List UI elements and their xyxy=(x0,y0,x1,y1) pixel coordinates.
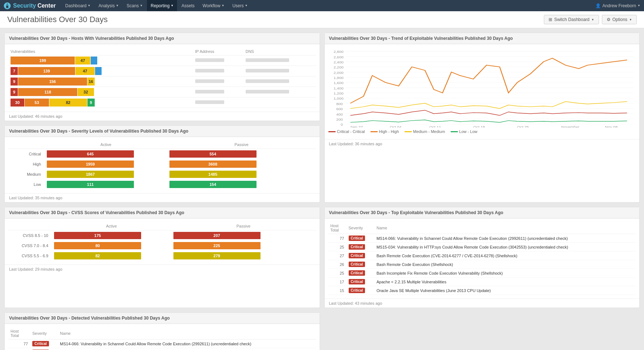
analysis-caret: ▼ xyxy=(116,4,119,7)
panel2-footer: Last Updated: 35 minutes ago xyxy=(5,193,320,202)
exploit-table: Host Total Severity Name 77 Critical MS1… xyxy=(328,222,636,295)
table-row: 59 Critical PHP 5.4.x < 5.4.5 _php_strea… xyxy=(8,348,316,350)
svg-text:Sep 27: Sep 27 xyxy=(350,125,362,128)
subheader-actions: ⊞ Switch Dashboard ▼ ⚙ Options ▼ xyxy=(544,15,637,24)
scans-caret: ▼ xyxy=(140,4,143,7)
nav-scans[interactable]: Scans ▼ xyxy=(123,0,146,11)
panel3-footer: Last Updated: 43 minutes ago xyxy=(325,299,640,308)
table-row: 77 Critical MS14-066: Vulnerability in S… xyxy=(8,339,316,348)
switch-caret: ▼ xyxy=(591,18,594,21)
sev-col-active: Active xyxy=(45,141,167,149)
panel6-header: Vulnerabilities Over 30 Days - Detected … xyxy=(5,313,320,324)
panel-top-exploitable: Vulnerabilities Over 30 Days - Top Explo… xyxy=(324,207,640,308)
table-row: Medium 1867 1485 xyxy=(8,169,316,179)
svg-text:Oct 18: Oct 18 xyxy=(473,125,485,128)
svg-rect-1 xyxy=(6,5,8,8)
panel-severity-levels: Vulnerabilities Over 30 Days - Severity … xyxy=(4,125,320,203)
svg-text:1,800: 1,800 xyxy=(333,76,344,80)
panel5-body: Active Passive CVSS 8.5 - 10 175 207 CVS… xyxy=(5,218,320,264)
svg-text:0: 0 xyxy=(340,123,343,126)
legend-medium: Medium - Medium xyxy=(405,129,445,134)
panel2-header: Vulnerabilities Over 30 Days - Severity … xyxy=(5,126,320,137)
panel5-header: Vulnerabilities Over 30 Days - CVSS Scor… xyxy=(5,207,320,218)
panel4-body: .axis-label { font-size: 9px; fill: #999… xyxy=(325,44,640,139)
table-row: Low 111 154 xyxy=(8,179,316,189)
svg-text:2,800: 2,800 xyxy=(333,50,344,54)
sev-col-label xyxy=(8,141,45,149)
nav-assets[interactable]: Assets xyxy=(178,0,198,11)
nav-menu: Dashboard ▼ Analysis ▼ Scans ▼ Reporting… xyxy=(62,0,251,11)
switch-dashboard-button[interactable]: ⊞ Switch Dashboard ▼ xyxy=(544,15,599,24)
brand-logo[interactable]: SecurityCenter xyxy=(4,2,56,9)
col-dns: DNS xyxy=(243,48,316,55)
cvss-col-label xyxy=(8,222,52,230)
table-row: 17 Critical Apache < 2.2.15 Multiple Vul… xyxy=(328,278,636,286)
user-caret: ▼ xyxy=(637,4,640,7)
table-row: CVSS 7.0 - 8.4 80 225 xyxy=(8,241,316,251)
svg-text:2,600: 2,600 xyxy=(333,55,344,59)
nav-dashboard[interactable]: Dashboard ▼ xyxy=(62,0,94,11)
panel-cvss-scores: Vulnerabilities Over 30 Days - CVSS Scor… xyxy=(4,207,320,308)
col-vulnerabilities: Vulnerabilities xyxy=(8,48,193,55)
cvss-table: Active Passive CVSS 8.5 - 10 175 207 CVS… xyxy=(8,222,316,261)
detected-col-host: Host Total xyxy=(8,328,30,339)
svg-text:Oct 11: Oct 11 xyxy=(429,125,441,128)
main-content: Vulnerabilities Over 30 Days - Hosts Wit… xyxy=(0,28,644,350)
severity-table: Active Passive Critical 645 554 High 195… xyxy=(8,141,316,189)
brand-center: Center xyxy=(37,3,56,9)
panel1-body: Vulnerabilities IP Address DNS 199 47 xyxy=(5,44,320,112)
svg-text:1,600: 1,600 xyxy=(333,82,344,85)
svg-text:1,200: 1,200 xyxy=(333,92,344,95)
table-row: 77 Critical MS14-066: Vulnerability in S… xyxy=(328,234,636,243)
table-row: 30 53 82 9 xyxy=(8,97,316,108)
svg-text:2,200: 2,200 xyxy=(333,66,344,70)
panel-detected-vulnerabilities: Vulnerabilities Over 30 Days - Detected … xyxy=(4,312,320,350)
sev-col-passive: Passive xyxy=(167,141,316,149)
panel2-body: Active Passive Critical 645 554 High 195… xyxy=(5,137,320,193)
svg-text:Nov 08: Nov 08 xyxy=(605,125,618,128)
table-row: Critical 645 554 xyxy=(8,149,316,159)
trend-chart-svg: .axis-label { font-size: 9px; fill: #999… xyxy=(328,48,636,128)
grid-icon: ⊞ xyxy=(549,17,552,22)
table-row: CVSS 8.5 - 10 175 207 xyxy=(8,230,316,241)
vuln-hosts-table: Vulnerabilities IP Address DNS 199 47 xyxy=(8,48,316,108)
table-row: 27 Critical Bash Remote Code Execution (… xyxy=(328,251,636,260)
options-caret: ▼ xyxy=(629,18,632,21)
svg-text:November: November xyxy=(561,125,579,128)
table-row: 25 Critical Bash Incomplete Fix Remote C… xyxy=(328,269,636,278)
svg-text:1,000: 1,000 xyxy=(333,97,344,101)
panel3-body: Host Total Severity Name 77 Critical MS1… xyxy=(325,218,640,299)
table-row: 7 139 47 xyxy=(8,66,316,76)
navbar: SecurityCenter Dashboard ▼ Analysis ▼ Sc… xyxy=(0,0,644,11)
chart-legend: Critical - Critical High - High Medium -… xyxy=(328,128,636,136)
reporting-caret: ▼ xyxy=(171,4,173,7)
cvss-col-active: Active xyxy=(52,222,171,230)
table-row: 15 Critical Oracle Java SE Multiple Vuln… xyxy=(328,286,636,295)
panel4-header: Vulnerabilities Over 30 Days - Trend of … xyxy=(325,33,640,44)
workflow-caret: ▼ xyxy=(221,4,224,7)
panel-hosts-vulnerabilities: Vulnerabilities Over 30 Days - Hosts Wit… xyxy=(4,33,320,121)
cvss-col-passive: Passive xyxy=(171,222,316,230)
panel5-footer: Last Updated: 29 minutes ago xyxy=(5,264,320,274)
panel1-footer: Last Updated: 46 minutes ago xyxy=(5,112,320,121)
nav-users[interactable]: Users ▼ xyxy=(229,0,251,11)
subheader: Vulnerabilities Over 30 Days ⊞ Switch Da… xyxy=(0,11,644,28)
svg-text:Oct 04: Oct 04 xyxy=(390,125,402,128)
options-button[interactable]: ⚙ Options ▼ xyxy=(602,15,637,24)
nav-reporting[interactable]: Reporting ▼ xyxy=(147,0,177,11)
svg-text:200: 200 xyxy=(336,118,343,121)
legend-low: Low - Low xyxy=(451,129,477,134)
svg-text:2,000: 2,000 xyxy=(333,71,344,75)
panel4-footer: Last Updated: 36 minutes ago xyxy=(325,139,640,148)
table-row: 199 47 xyxy=(8,55,316,66)
svg-text:400: 400 xyxy=(336,113,343,116)
users-caret: ▼ xyxy=(245,4,248,7)
nav-workflow[interactable]: Workflow ▼ xyxy=(199,0,228,11)
exploit-col-name: Name xyxy=(374,222,636,234)
table-row: 9 118 32 xyxy=(8,87,316,97)
panel3-header: Vulnerabilities Over 30 Days - Top Explo… xyxy=(325,207,640,218)
svg-text:2,400: 2,400 xyxy=(333,61,344,64)
nav-user[interactable]: 👤 Andrew Freeborn ▼ xyxy=(595,3,640,8)
detected-table: Host Total Severity Name 77 Critical MS1… xyxy=(8,328,316,350)
nav-analysis[interactable]: Analysis ▼ xyxy=(95,0,122,11)
